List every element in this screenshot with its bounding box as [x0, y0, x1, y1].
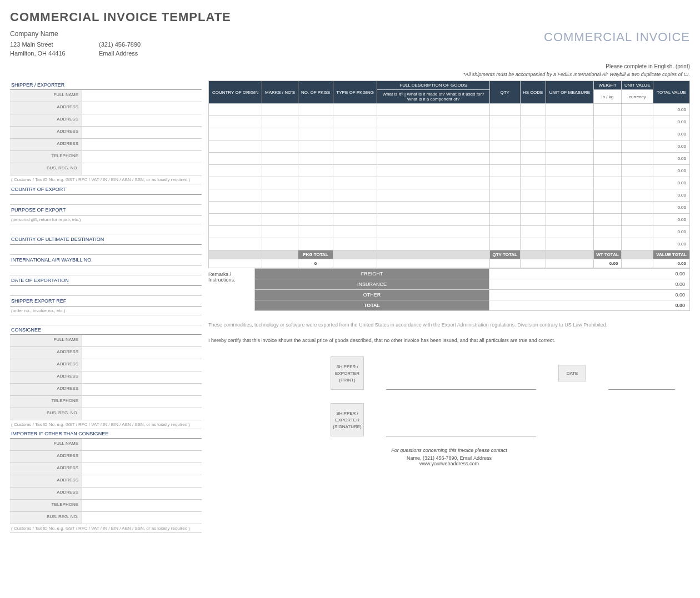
item-cell[interactable]: [546, 226, 593, 238]
item-cell[interactable]: [520, 189, 546, 202]
item-cell[interactable]: [489, 104, 520, 116]
item-cell[interactable]: [546, 104, 593, 116]
item-cell[interactable]: [520, 238, 546, 250]
item-cell[interactable]: [209, 116, 262, 128]
consignee-address-2-input[interactable]: [82, 359, 202, 371]
item-cell[interactable]: [262, 202, 298, 214]
item-row[interactable]: 0.00: [209, 140, 690, 153]
importer-address-4-input[interactable]: [82, 488, 202, 499]
item-row[interactable]: 0.00: [209, 189, 690, 202]
consignee-full-name-input[interactable]: [82, 335, 202, 346]
item-cell[interactable]: [333, 104, 377, 116]
item-cell[interactable]: [520, 128, 546, 140]
item-cell[interactable]: [546, 165, 593, 177]
item-cell[interactable]: [333, 238, 377, 250]
item-row[interactable]: 0.00: [209, 116, 690, 128]
item-cell[interactable]: [333, 226, 377, 238]
item-cell[interactable]: [262, 238, 298, 250]
item-cell[interactable]: [209, 189, 262, 202]
item-cell[interactable]: [546, 214, 593, 226]
item-cell[interactable]: [593, 189, 622, 202]
item-cell[interactable]: [298, 104, 333, 116]
item-cell[interactable]: [489, 238, 520, 250]
country-dest-input[interactable]: [10, 245, 202, 255]
item-cell[interactable]: [489, 165, 520, 177]
country-export-input[interactable]: [10, 195, 202, 205]
item-cell[interactable]: [262, 116, 298, 128]
consignee-address-3-input[interactable]: [82, 371, 202, 383]
item-cell[interactable]: [489, 177, 520, 189]
item-cell[interactable]: [622, 153, 653, 165]
item-cell[interactable]: [298, 226, 333, 238]
item-cell[interactable]: [489, 128, 520, 140]
item-cell[interactable]: [622, 189, 653, 202]
shipper-address-1-input[interactable]: [82, 102, 202, 114]
item-row[interactable]: 0.00: [209, 104, 690, 116]
date-line[interactable]: [608, 356, 675, 390]
item-cell[interactable]: [298, 214, 333, 226]
item-cell[interactable]: [262, 226, 298, 238]
item-cell[interactable]: [622, 238, 653, 250]
item-cell[interactable]: [298, 116, 333, 128]
item-cell[interactable]: [622, 214, 653, 226]
item-cell[interactable]: [593, 214, 622, 226]
item-cell[interactable]: [377, 238, 489, 250]
item-row[interactable]: 0.00: [209, 128, 690, 140]
shipper-address-4-input[interactable]: [82, 139, 202, 150]
item-row[interactable]: 0.00: [209, 153, 690, 165]
importer-telephone-input[interactable]: [82, 500, 202, 511]
item-cell[interactable]: [489, 226, 520, 238]
item-cell[interactable]: [622, 202, 653, 214]
item-cell[interactable]: [520, 177, 546, 189]
item-row[interactable]: 0.00: [209, 202, 690, 214]
item-cell[interactable]: [546, 202, 593, 214]
item-cell[interactable]: [377, 116, 489, 128]
item-cell[interactable]: [489, 140, 520, 153]
item-cell[interactable]: [333, 177, 377, 189]
item-cell[interactable]: [520, 140, 546, 153]
importer-address-2-input[interactable]: [82, 463, 202, 475]
item-cell[interactable]: [593, 177, 622, 189]
item-cell[interactable]: [377, 177, 489, 189]
item-cell[interactable]: [520, 226, 546, 238]
importer-address-1-input[interactable]: [82, 451, 202, 463]
item-cell[interactable]: [546, 128, 593, 140]
item-cell[interactable]: [622, 128, 653, 140]
item-cell[interactable]: [377, 153, 489, 165]
item-cell[interactable]: [209, 238, 262, 250]
item-cell[interactable]: [546, 116, 593, 128]
item-cell[interactable]: [262, 189, 298, 202]
item-cell[interactable]: [489, 153, 520, 165]
item-cell[interactable]: [622, 140, 653, 153]
item-cell[interactable]: [546, 153, 593, 165]
item-cell[interactable]: [209, 202, 262, 214]
shipper-ref-input[interactable]: [10, 315, 202, 325]
item-cell[interactable]: [377, 214, 489, 226]
item-cell[interactable]: [377, 140, 489, 153]
importer-bus-reg-input[interactable]: [82, 512, 202, 524]
item-cell[interactable]: [622, 165, 653, 177]
item-cell[interactable]: [520, 153, 546, 165]
item-cell[interactable]: [333, 116, 377, 128]
item-cell[interactable]: [546, 238, 593, 250]
item-cell[interactable]: [298, 202, 333, 214]
item-cell[interactable]: [298, 128, 333, 140]
item-cell[interactable]: [298, 153, 333, 165]
item-cell[interactable]: [377, 165, 489, 177]
item-cell[interactable]: [593, 128, 622, 140]
item-cell[interactable]: [298, 238, 333, 250]
date-export-input[interactable]: [10, 286, 202, 296]
item-cell[interactable]: [546, 189, 593, 202]
item-cell[interactable]: [209, 153, 262, 165]
item-cell[interactable]: [622, 116, 653, 128]
consignee-bus-reg-input[interactable]: [82, 408, 202, 420]
item-cell[interactable]: [209, 165, 262, 177]
item-cell[interactable]: [377, 104, 489, 116]
item-cell[interactable]: [262, 140, 298, 153]
item-cell[interactable]: [520, 214, 546, 226]
item-cell[interactable]: [333, 202, 377, 214]
importer-address-3-input[interactable]: [82, 475, 202, 487]
item-cell[interactable]: [520, 165, 546, 177]
shipper-address-3-input[interactable]: [82, 127, 202, 138]
air-waybill-input[interactable]: [10, 265, 202, 275]
